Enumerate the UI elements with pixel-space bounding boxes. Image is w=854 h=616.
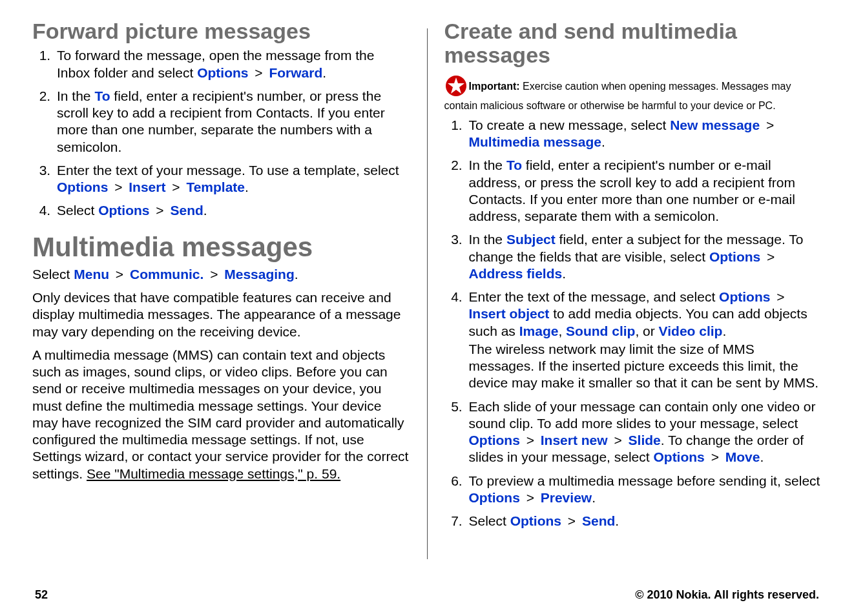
breadcrumb-separator: >: [108, 180, 129, 194]
step-item: In the To field, enter a recipient's num…: [54, 88, 410, 156]
ui-term: Subject: [506, 232, 556, 247]
step-note: The wireless network may limit the size …: [469, 341, 822, 392]
ui-term: Messaging: [224, 267, 295, 282]
ui-term: Preview: [541, 490, 592, 505]
breadcrumb-separator: >: [561, 513, 582, 528]
step-item: Each slide of your message can contain o…: [466, 398, 822, 466]
ui-term: To: [94, 88, 110, 103]
step-item: To forward the message, open the message…: [54, 47, 410, 81]
ui-term: Insert: [129, 180, 165, 194]
breadcrumb-separator: >: [770, 289, 787, 304]
ui-term: Insert object: [469, 306, 550, 321]
ui-term: Options: [709, 249, 760, 264]
ui-term: Send: [582, 513, 615, 528]
column-divider: [427, 28, 428, 559]
step-item: To create a new message, select New mess…: [466, 117, 822, 151]
page-number: 52: [35, 588, 48, 602]
breadcrumb-separator: >: [203, 267, 224, 282]
mms-p2-text: A multimedia message (MMS) can contain t…: [32, 347, 408, 481]
ui-term: Options: [510, 513, 561, 528]
breadcrumb-separator: >: [165, 180, 186, 194]
mms-paragraph-1: Only devices that have compatible featur…: [32, 289, 410, 340]
breadcrumb-separator: >: [520, 490, 541, 505]
ui-term: Options: [469, 433, 520, 447]
create-mms-steps-list: To create a new message, select New mess…: [444, 117, 822, 530]
important-note: Important: Exercise caution when opening…: [444, 74, 822, 112]
ui-term: Options: [57, 180, 108, 194]
forward-steps-list: To forward the message, open the message…: [32, 47, 410, 219]
ui-term: Communic.: [130, 267, 203, 282]
mms-paragraph-2: A multimedia message (MMS) can contain t…: [32, 347, 410, 482]
right-column: Create and send multimedia messages Impo…: [444, 19, 822, 555]
breadcrumb-separator: >: [248, 65, 269, 80]
ui-term: Forward: [269, 65, 322, 80]
ui-term: Move: [725, 449, 760, 464]
step-item: In the Subject field, enter a subject fo…: [466, 231, 822, 282]
copyright-text: © 2010 Nokia. All rights reserved.: [635, 588, 819, 602]
ui-term: Menu: [74, 267, 109, 282]
heading-create-send-mms: Create and send multimedia messages: [444, 19, 822, 68]
ui-term: Template: [186, 180, 245, 194]
step-item: Select Options > Send.: [466, 513, 822, 529]
nav-path: Select Menu > Communic. > Messaging.: [32, 266, 410, 283]
page-footer: 52 © 2010 Nokia. All rights reserved.: [35, 588, 819, 602]
ui-term: Slide: [629, 433, 661, 447]
star-warning-icon: [444, 74, 468, 100]
ui-term: Options: [98, 203, 149, 218]
manual-page: Forward picture messages To forward the …: [0, 0, 854, 616]
ui-term: To: [506, 158, 522, 172]
heading-forward-picture-messages: Forward picture messages: [32, 19, 410, 43]
step-item: In the To field, enter a recipient's num…: [466, 157, 822, 225]
left-column: Forward picture messages To forward the …: [32, 19, 410, 555]
ui-term: Multimedia message: [469, 134, 601, 149]
step-item: Enter the text of your message. To use a…: [54, 162, 410, 196]
ui-term: Insert new: [541, 433, 608, 447]
ui-term: New message: [670, 118, 760, 132]
breadcrumb-separator: >: [608, 433, 629, 447]
breadcrumb-separator: >: [150, 203, 171, 218]
ui-term: Sound clip: [566, 323, 635, 338]
ui-term: Options: [197, 65, 248, 80]
ui-term: Options: [653, 449, 704, 464]
breadcrumb-separator: >: [705, 449, 725, 464]
important-label: Important:: [469, 81, 520, 92]
ui-term: Address fields: [469, 266, 563, 281]
breadcrumb-separator: >: [760, 118, 776, 132]
ui-term: Options: [719, 289, 770, 304]
step-item: Select Options > Send.: [54, 202, 410, 219]
breadcrumb-separator: >: [109, 267, 130, 282]
heading-multimedia-messages: Multimedia messages: [32, 232, 410, 262]
breadcrumb-separator: >: [760, 249, 777, 264]
ui-term: Options: [469, 490, 520, 505]
ui-term: Video clip: [659, 323, 723, 338]
two-column-layout: Forward picture messages To forward the …: [32, 19, 822, 555]
ui-term: Send: [170, 203, 203, 218]
ui-term: Image: [519, 323, 559, 338]
step-item: To preview a multimedia message before s…: [466, 473, 822, 507]
link-mms-settings-xref[interactable]: See "Multimedia message settings," p. 59…: [87, 466, 340, 481]
step-item: Enter the text of the message, and selec…: [466, 289, 822, 392]
breadcrumb-separator: >: [520, 433, 541, 447]
